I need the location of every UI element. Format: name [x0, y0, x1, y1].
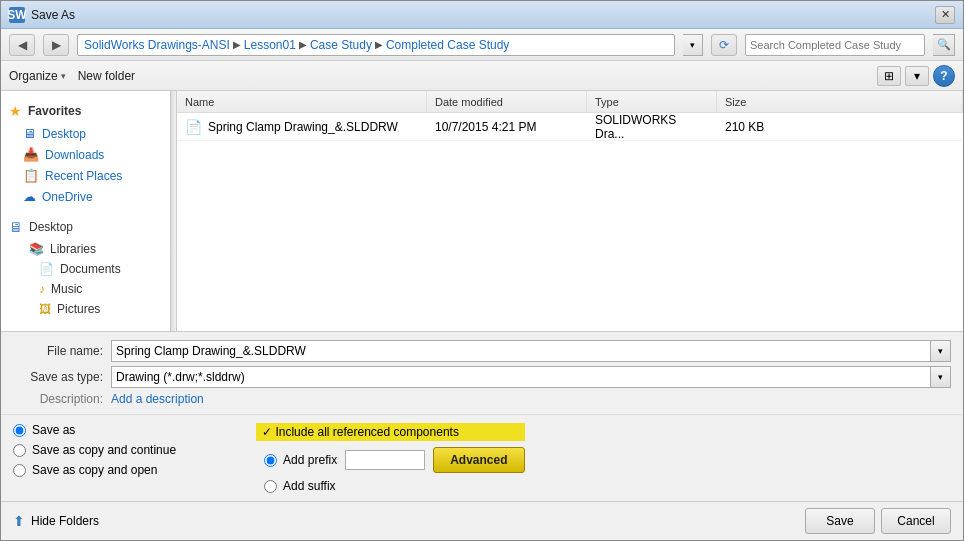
add-description-link[interactable]: Add a description [111, 392, 204, 406]
window-title: Save As [31, 8, 75, 22]
back-button[interactable]: ◀ [9, 34, 35, 56]
music-icon: ♪ [39, 282, 45, 296]
title-bar: SW Save As ✕ [1, 1, 963, 29]
savetype-dropdown-button[interactable]: ▾ [931, 366, 951, 388]
sidebar-downloads-label: Downloads [45, 148, 104, 162]
file-name-cell: 📄 Spring Clamp Drawing_&.SLDDRW [177, 113, 427, 140]
title-bar-left: SW Save As [9, 7, 75, 23]
save-as-copy-continue-option[interactable]: Save as copy and continue [13, 443, 176, 457]
sidebar-desktop-label: Desktop [42, 127, 86, 141]
sidebar-group-desktop[interactable]: 🖥 Desktop [1, 215, 170, 239]
savetype-input-wrapper: ▾ [111, 366, 951, 388]
file-name: Spring Clamp Drawing_&.SLDDRW [208, 120, 398, 134]
save-as-copy-open-radio[interactable] [13, 464, 26, 477]
filename-dropdown-button[interactable]: ▾ [931, 340, 951, 362]
savetype-row: Save as type: ▾ [13, 366, 951, 388]
organize-dropdown-icon: ▾ [61, 71, 66, 81]
bottom-form: File name: ▾ Save as type: ▾ Description… [1, 331, 963, 414]
col-header-type[interactable]: Type [587, 91, 717, 112]
view-toggle-button[interactable]: ⊞ [877, 66, 901, 86]
sidebar-subitem-documents[interactable]: 📄 Documents [1, 259, 170, 279]
add-prefix-radio[interactable] [264, 454, 277, 467]
close-button[interactable]: ✕ [935, 6, 955, 24]
filename-row: File name: ▾ [13, 340, 951, 362]
libraries-icon: 📚 [29, 242, 44, 256]
col-header-name[interactable]: Name [177, 91, 427, 112]
main-content: ★ Favorites 🖥 Desktop 📥 Downloads 📋 Rece… [1, 91, 963, 331]
save-as-copy-continue-radio[interactable] [13, 444, 26, 457]
add-suffix-row: Add suffix [264, 479, 524, 493]
right-options: ✓ Include all referenced components Add … [256, 423, 524, 493]
save-as-radio[interactable] [13, 424, 26, 437]
table-row[interactable]: 📄 Spring Clamp Drawing_&.SLDDRW 10/7/201… [177, 113, 963, 141]
file-type-cell: SOLIDWORKS Dra... [587, 113, 717, 140]
file-list: Name Date modified Type Size 📄 Spring Cl… [177, 91, 963, 331]
include-referenced-option[interactable]: ✓ Include all referenced components [256, 423, 524, 441]
save-as-copy-continue-label: Save as copy and continue [32, 443, 176, 457]
sidebar-subitem-pictures[interactable]: 🖼 Pictures [1, 299, 170, 319]
breadcrumb-sep-3: ▶ [375, 39, 383, 50]
search-input[interactable] [750, 39, 920, 51]
add-suffix-radio[interactable] [264, 480, 277, 493]
desktop-icon: 🖥 [23, 126, 36, 141]
description-label: Description: [13, 392, 103, 406]
col-header-size[interactable]: Size [717, 91, 963, 112]
organize-bar: Organize ▾ New folder ⊞ ▾ ? [1, 61, 963, 91]
add-prefix-label: Add prefix [283, 453, 337, 467]
add-prefix-option[interactable]: Add prefix [264, 453, 337, 467]
breadcrumb-part-3: Case Study [310, 38, 372, 52]
file-icon: 📄 [185, 119, 202, 135]
favorites-section[interactable]: ★ Favorites [1, 99, 170, 123]
sidebar-item-recent[interactable]: 📋 Recent Places [1, 165, 170, 186]
breadcrumb-bar[interactable]: SolidWorks Drawings-ANSI ▶ Lesson01 ▶ Ca… [77, 34, 675, 56]
breadcrumb-part-1: SolidWorks Drawings-ANSI [84, 38, 230, 52]
downloads-icon: 📥 [23, 147, 39, 162]
prefix-input[interactable] [345, 450, 425, 470]
save-as-copy-open-option[interactable]: Save as copy and open [13, 463, 176, 477]
hide-folders-button[interactable]: ⬆ Hide Folders [13, 513, 799, 529]
include-referenced-label: ✓ Include all referenced components [262, 425, 459, 439]
sidebar-subitem-music[interactable]: ♪ Music [1, 279, 170, 299]
cancel-button[interactable]: Cancel [881, 508, 951, 534]
app-icon: SW [9, 7, 25, 23]
add-prefix-row: Add prefix Advanced [264, 447, 524, 473]
breadcrumb-part-2: Lesson01 [244, 38, 296, 52]
help-button[interactable]: ? [933, 65, 955, 87]
breadcrumb-sep-2: ▶ [299, 39, 307, 50]
sidebar-onedrive-label: OneDrive [42, 190, 93, 204]
save-as-copy-open-label: Save as copy and open [32, 463, 157, 477]
sidebar-subitem-libraries[interactable]: 📚 Libraries [1, 239, 170, 259]
filename-input[interactable] [111, 340, 931, 362]
col-header-date[interactable]: Date modified [427, 91, 587, 112]
view-dropdown-button[interactable]: ▾ [905, 66, 929, 86]
footer-buttons: ⬆ Hide Folders Save Cancel [1, 501, 963, 540]
filename-input-wrapper: ▾ [111, 340, 951, 362]
sidebar-item-downloads[interactable]: 📥 Downloads [1, 144, 170, 165]
new-folder-button[interactable]: New folder [78, 69, 135, 83]
libraries-label: Libraries [50, 242, 96, 256]
forward-button[interactable]: ▶ [43, 34, 69, 56]
file-date-cell: 10/7/2015 4:21 PM [427, 113, 587, 140]
save-button[interactable]: Save [805, 508, 875, 534]
organize-button[interactable]: Organize ▾ [9, 69, 66, 83]
savetype-input[interactable] [111, 366, 931, 388]
breadcrumb-part-4: Completed Case Study [386, 38, 509, 52]
save-as-option[interactable]: Save as [13, 423, 176, 437]
group-desktop-icon: 🖥 [9, 219, 23, 235]
refresh-button[interactable]: ⟳ [711, 34, 737, 56]
add-suffix-label: Add suffix [283, 479, 335, 493]
sub-options: Add prefix Advanced Add suffix [264, 447, 524, 493]
sidebar-item-desktop[interactable]: 🖥 Desktop [1, 123, 170, 144]
music-label: Music [51, 282, 82, 296]
save-mode-group: Save as Save as copy and continue Save a… [13, 423, 176, 477]
breadcrumb-dropdown[interactable]: ▾ [683, 34, 703, 56]
favorites-icon: ★ [9, 103, 22, 119]
advanced-button[interactable]: Advanced [433, 447, 524, 473]
pictures-label: Pictures [57, 302, 100, 316]
add-suffix-option[interactable]: Add suffix [264, 479, 335, 493]
sidebar-item-onedrive[interactable]: ☁ OneDrive [1, 186, 170, 207]
options-area: Save as Save as copy and continue Save a… [1, 414, 963, 501]
search-button[interactable]: 🔍 [933, 34, 955, 56]
view-options: ⊞ ▾ ? [877, 65, 955, 87]
dialog-window: SW Save As ✕ ◀ ▶ SolidWorks Drawings-ANS… [0, 0, 964, 541]
